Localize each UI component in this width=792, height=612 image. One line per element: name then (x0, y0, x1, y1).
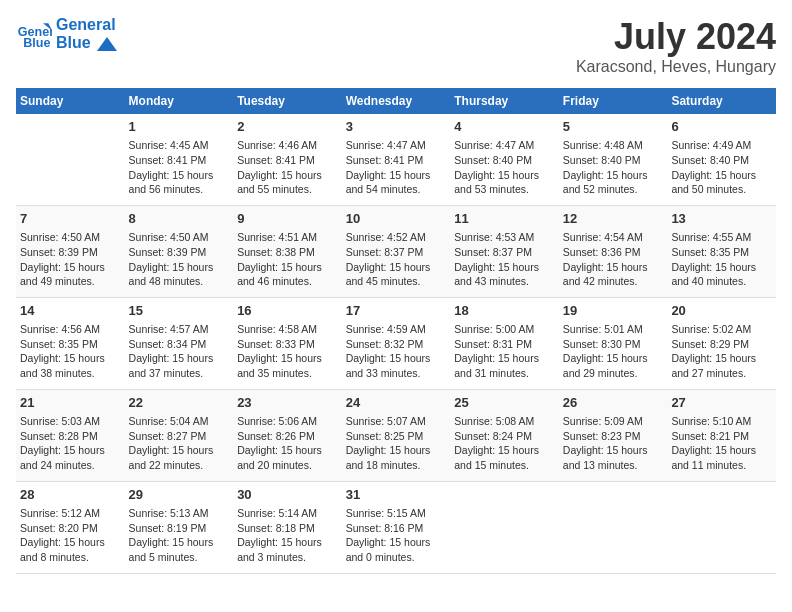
day-cell: 1Sunrise: 4:45 AM Sunset: 8:41 PM Daylig… (125, 114, 234, 205)
day-cell (667, 481, 776, 573)
day-number: 23 (237, 394, 338, 412)
week-row-1: 1Sunrise: 4:45 AM Sunset: 8:41 PM Daylig… (16, 114, 776, 205)
day-number: 3 (346, 118, 447, 136)
day-number: 27 (671, 394, 772, 412)
day-number: 18 (454, 302, 555, 320)
day-number: 31 (346, 486, 447, 504)
day-cell: 11Sunrise: 4:53 AM Sunset: 8:37 PM Dayli… (450, 205, 559, 297)
day-cell: 8Sunrise: 4:50 AM Sunset: 8:39 PM Daylig… (125, 205, 234, 297)
day-number: 5 (563, 118, 664, 136)
week-row-3: 14Sunrise: 4:56 AM Sunset: 8:35 PM Dayli… (16, 297, 776, 389)
day-cell: 2Sunrise: 4:46 AM Sunset: 8:41 PM Daylig… (233, 114, 342, 205)
day-cell: 19Sunrise: 5:01 AM Sunset: 8:30 PM Dayli… (559, 297, 668, 389)
day-cell (559, 481, 668, 573)
day-cell: 30Sunrise: 5:14 AM Sunset: 8:18 PM Dayli… (233, 481, 342, 573)
title-block: July 2024 Karacsond, Heves, Hungary (576, 16, 776, 76)
day-content: Sunrise: 4:54 AM Sunset: 8:36 PM Dayligh… (563, 230, 664, 289)
day-cell: 28Sunrise: 5:12 AM Sunset: 8:20 PM Dayli… (16, 481, 125, 573)
main-title: July 2024 (576, 16, 776, 58)
day-cell: 27Sunrise: 5:10 AM Sunset: 8:21 PM Dayli… (667, 389, 776, 481)
day-content: Sunrise: 4:53 AM Sunset: 8:37 PM Dayligh… (454, 230, 555, 289)
day-content: Sunrise: 4:50 AM Sunset: 8:39 PM Dayligh… (129, 230, 230, 289)
day-content: Sunrise: 5:13 AM Sunset: 8:19 PM Dayligh… (129, 506, 230, 565)
day-cell (450, 481, 559, 573)
day-number: 28 (20, 486, 121, 504)
day-content: Sunrise: 5:10 AM Sunset: 8:21 PM Dayligh… (671, 414, 772, 473)
day-number: 15 (129, 302, 230, 320)
day-content: Sunrise: 4:59 AM Sunset: 8:32 PM Dayligh… (346, 322, 447, 381)
day-cell: 22Sunrise: 5:04 AM Sunset: 8:27 PM Dayli… (125, 389, 234, 481)
day-cell: 3Sunrise: 4:47 AM Sunset: 8:41 PM Daylig… (342, 114, 451, 205)
day-content: Sunrise: 5:02 AM Sunset: 8:29 PM Dayligh… (671, 322, 772, 381)
week-row-2: 7Sunrise: 4:50 AM Sunset: 8:39 PM Daylig… (16, 205, 776, 297)
day-content: Sunrise: 5:03 AM Sunset: 8:28 PM Dayligh… (20, 414, 121, 473)
day-number: 2 (237, 118, 338, 136)
day-content: Sunrise: 4:55 AM Sunset: 8:35 PM Dayligh… (671, 230, 772, 289)
day-cell: 9Sunrise: 4:51 AM Sunset: 8:38 PM Daylig… (233, 205, 342, 297)
day-content: Sunrise: 4:47 AM Sunset: 8:41 PM Dayligh… (346, 138, 447, 197)
svg-marker-3 (97, 37, 117, 51)
day-content: Sunrise: 4:50 AM Sunset: 8:39 PM Dayligh… (20, 230, 121, 289)
day-number: 1 (129, 118, 230, 136)
day-content: Sunrise: 5:08 AM Sunset: 8:24 PM Dayligh… (454, 414, 555, 473)
day-cell: 25Sunrise: 5:08 AM Sunset: 8:24 PM Dayli… (450, 389, 559, 481)
day-cell: 5Sunrise: 4:48 AM Sunset: 8:40 PM Daylig… (559, 114, 668, 205)
subtitle: Karacsond, Heves, Hungary (576, 58, 776, 76)
day-cell: 15Sunrise: 4:57 AM Sunset: 8:34 PM Dayli… (125, 297, 234, 389)
day-cell: 12Sunrise: 4:54 AM Sunset: 8:36 PM Dayli… (559, 205, 668, 297)
day-content: Sunrise: 4:47 AM Sunset: 8:40 PM Dayligh… (454, 138, 555, 197)
day-number: 13 (671, 210, 772, 228)
day-number: 6 (671, 118, 772, 136)
day-number: 22 (129, 394, 230, 412)
day-number: 25 (454, 394, 555, 412)
day-content: Sunrise: 4:52 AM Sunset: 8:37 PM Dayligh… (346, 230, 447, 289)
day-number: 26 (563, 394, 664, 412)
day-content: Sunrise: 4:49 AM Sunset: 8:40 PM Dayligh… (671, 138, 772, 197)
logo-icon: General Blue (16, 16, 52, 52)
day-content: Sunrise: 5:00 AM Sunset: 8:31 PM Dayligh… (454, 322, 555, 381)
svg-text:Blue: Blue (23, 36, 50, 50)
day-cell: 4Sunrise: 4:47 AM Sunset: 8:40 PM Daylig… (450, 114, 559, 205)
day-content: Sunrise: 5:01 AM Sunset: 8:30 PM Dayligh… (563, 322, 664, 381)
day-cell: 20Sunrise: 5:02 AM Sunset: 8:29 PM Dayli… (667, 297, 776, 389)
header-cell-friday: Friday (559, 88, 668, 114)
day-content: Sunrise: 5:09 AM Sunset: 8:23 PM Dayligh… (563, 414, 664, 473)
day-cell: 17Sunrise: 4:59 AM Sunset: 8:32 PM Dayli… (342, 297, 451, 389)
header-cell-tuesday: Tuesday (233, 88, 342, 114)
header-row: SundayMondayTuesdayWednesdayThursdayFrid… (16, 88, 776, 114)
day-content: Sunrise: 5:14 AM Sunset: 8:18 PM Dayligh… (237, 506, 338, 565)
day-cell: 6Sunrise: 4:49 AM Sunset: 8:40 PM Daylig… (667, 114, 776, 205)
day-content: Sunrise: 4:48 AM Sunset: 8:40 PM Dayligh… (563, 138, 664, 197)
day-cell: 29Sunrise: 5:13 AM Sunset: 8:19 PM Dayli… (125, 481, 234, 573)
header-cell-monday: Monday (125, 88, 234, 114)
day-number: 4 (454, 118, 555, 136)
day-content: Sunrise: 4:46 AM Sunset: 8:41 PM Dayligh… (237, 138, 338, 197)
page-header: General Blue General Blue July 2024 Kara… (16, 16, 776, 76)
header-cell-thursday: Thursday (450, 88, 559, 114)
day-number: 12 (563, 210, 664, 228)
day-number: 29 (129, 486, 230, 504)
day-cell (16, 114, 125, 205)
day-content: Sunrise: 5:15 AM Sunset: 8:16 PM Dayligh… (346, 506, 447, 565)
day-content: Sunrise: 5:06 AM Sunset: 8:26 PM Dayligh… (237, 414, 338, 473)
calendar-table: SundayMondayTuesdayWednesdayThursdayFrid… (16, 88, 776, 574)
day-number: 8 (129, 210, 230, 228)
day-number: 9 (237, 210, 338, 228)
day-cell: 24Sunrise: 5:07 AM Sunset: 8:25 PM Dayli… (342, 389, 451, 481)
day-cell: 21Sunrise: 5:03 AM Sunset: 8:28 PM Dayli… (16, 389, 125, 481)
day-number: 30 (237, 486, 338, 504)
day-content: Sunrise: 5:12 AM Sunset: 8:20 PM Dayligh… (20, 506, 121, 565)
day-number: 16 (237, 302, 338, 320)
day-number: 14 (20, 302, 121, 320)
day-content: Sunrise: 4:51 AM Sunset: 8:38 PM Dayligh… (237, 230, 338, 289)
day-content: Sunrise: 4:45 AM Sunset: 8:41 PM Dayligh… (129, 138, 230, 197)
day-number: 19 (563, 302, 664, 320)
day-content: Sunrise: 4:56 AM Sunset: 8:35 PM Dayligh… (20, 322, 121, 381)
day-cell: 14Sunrise: 4:56 AM Sunset: 8:35 PM Dayli… (16, 297, 125, 389)
day-content: Sunrise: 5:04 AM Sunset: 8:27 PM Dayligh… (129, 414, 230, 473)
day-number: 20 (671, 302, 772, 320)
logo: General Blue General Blue (16, 16, 117, 52)
week-row-5: 28Sunrise: 5:12 AM Sunset: 8:20 PM Dayli… (16, 481, 776, 573)
day-number: 21 (20, 394, 121, 412)
day-cell: 31Sunrise: 5:15 AM Sunset: 8:16 PM Dayli… (342, 481, 451, 573)
